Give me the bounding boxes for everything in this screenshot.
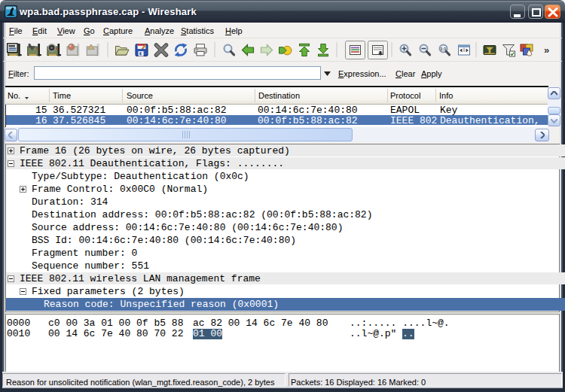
svg-text:1:1: 1:1: [441, 47, 447, 51]
svg-text:»: »: [544, 44, 549, 56]
